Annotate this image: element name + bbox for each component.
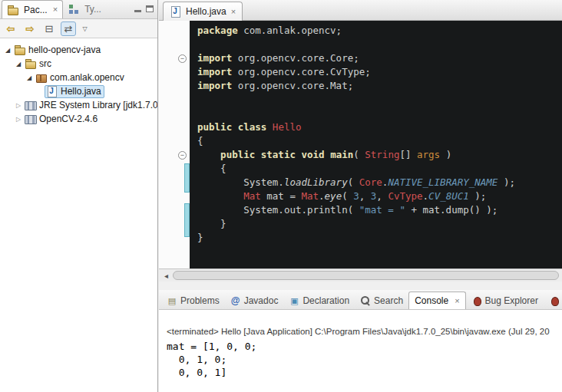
tree-item-label: JRE System Library [jdk1.7.0_25]: [39, 100, 157, 110]
console-line: 0, 1, 0;: [167, 353, 562, 366]
tree-item-com-anlak-opencv[interactable]: ◢com.anlak.opencv: [0, 71, 157, 84]
console-title: <terminated> Hello [Java Application] C:…: [159, 310, 562, 336]
link-with-editor-icon[interactable]: ⇄: [61, 21, 76, 36]
code-line[interactable]: }: [197, 217, 562, 231]
bug-icon: [471, 295, 482, 306]
bottom-tab-declaration[interactable]: Declaration: [283, 292, 355, 309]
editor-tabbar: Hello.java ×: [159, 0, 562, 21]
bottom-tab-label: Problems: [180, 295, 220, 306]
range-indicator: [184, 163, 190, 193]
bottom-tab-console[interactable]: Console×: [408, 292, 465, 309]
bottom-tab-javadoc[interactable]: Javadoc: [225, 292, 284, 309]
close-icon[interactable]: ×: [455, 297, 459, 305]
bottom-tab-label: Javadoc: [244, 295, 279, 306]
package-icon: [35, 72, 47, 83]
scroll-left-arrow-icon[interactable]: ◂: [160, 270, 172, 282]
editor-hscrollbar[interactable]: ◂: [159, 268, 562, 282]
project-icon: [14, 44, 25, 55]
view-tab-label: Ty...: [84, 4, 101, 15]
tree-item-label: Hello.java: [61, 86, 101, 97]
close-icon[interactable]: ×: [231, 8, 236, 16]
code-line[interactable]: {: [197, 162, 562, 176]
package-explorer-view: Pac...×Ty... ⇦⇨⊟⇄▽ ◢hello-opencv-java◢sr…: [0, 0, 158, 392]
left-panel-tabbar: Pac...×Ty...: [0, 0, 157, 19]
code-line[interactable]: System.out.println( "mat = " + mat.dump(…: [197, 203, 562, 217]
tree-item-label: com.anlak.opencv: [50, 72, 124, 83]
editor-tab-label: Hello.java: [186, 6, 226, 17]
src-folder-icon: [25, 58, 36, 69]
library-icon: [25, 114, 36, 124]
problems-icon: [167, 295, 177, 306]
tree-item-box: hello-opencv-java: [12, 44, 104, 57]
tree-expand-arrow-icon[interactable]: ▷: [14, 116, 23, 123]
code-line[interactable]: {: [197, 134, 562, 148]
code-line[interactable]: }: [197, 231, 562, 245]
selected-tree-item-box: Hello.java: [45, 85, 104, 98]
code-line[interactable]: Mat mat = Mat.eye( 3, 3, CvType.CV_8UC1 …: [197, 189, 562, 203]
tree-collapse-arrow-icon[interactable]: ◢: [14, 61, 23, 68]
library-icon: [25, 100, 36, 110]
code-line[interactable]: import org.opencv.core.Mat;: [197, 79, 562, 93]
view-tab-type-hierarchy[interactable]: Ty...: [63, 0, 106, 18]
bottom-tab-label: Bug Explorer: [485, 295, 538, 306]
bottom-tab-label: Console: [415, 295, 448, 306]
console-line: 0, 0, 1]: [167, 366, 562, 379]
bottom-tab-search[interactable]: Search: [355, 292, 408, 309]
code-area[interactable]: package com.anlak.opencv; import org.ope…: [190, 21, 562, 268]
fold-collapse-icon[interactable]: −: [178, 54, 187, 63]
view-tab-label: Pac...: [24, 5, 48, 15]
bottom-tab-label: Search: [374, 295, 403, 306]
tree-item-opencv-2-4-6[interactable]: ▷OpenCV-2.4.6: [0, 112, 157, 126]
bottom-tabbar: ProblemsJavadocDeclarationSearchConsole×…: [159, 290, 562, 310]
code-line[interactable]: System.loadLibrary( Core.NATIVE_LIBRARY_…: [197, 176, 562, 189]
tree-item-jre-system-library-jdk1-7-0-25[interactable]: ▷JRE System Library [jdk1.7.0_25]: [0, 98, 157, 112]
tree-collapse-arrow-icon[interactable]: ◢: [25, 74, 34, 81]
fold-collapse-icon[interactable]: −: [178, 151, 187, 160]
close-icon[interactable]: ×: [53, 5, 58, 14]
view-tab-package-explorer[interactable]: Pac...×: [2, 0, 63, 18]
tree-item-label: OpenCV-2.4.6: [39, 114, 98, 124]
package-explorer-toolbar: ⇦⇨⊟⇄▽: [0, 19, 157, 38]
back-icon[interactable]: ⇦: [3, 21, 18, 36]
tree-item-hello-opencv-java[interactable]: ◢hello-opencv-java: [0, 43, 157, 57]
code-line[interactable]: public static void main( String[] args ): [197, 148, 562, 162]
tree-item-label: src: [39, 58, 51, 69]
java-file-icon: [170, 6, 181, 17]
view-window-buttons: [134, 5, 154, 12]
tree-item-label: hello-opencv-java: [28, 44, 101, 55]
bottom-tab-bug-explorer[interactable]: Bug Explorer: [466, 292, 544, 309]
minimize-view-icon[interactable]: [134, 10, 141, 12]
code-line[interactable]: import org.opencv.core.Core;: [197, 51, 562, 65]
tree-item-box: src: [23, 58, 55, 71]
scrollbar-thumb[interactable]: [173, 271, 559, 280]
maximize-view-icon[interactable]: [146, 5, 154, 12]
type-hierarchy-icon: [68, 4, 79, 15]
declaration-icon: [289, 295, 299, 306]
range-indicator: [184, 203, 190, 237]
tree-item-box: JRE System Library [jdk1.7.0_25]: [23, 99, 157, 112]
code-line[interactable]: [197, 38, 562, 51]
tree-item-box: OpenCV-2.4.6: [23, 113, 101, 126]
bottom-tab-bug[interactable]: Bug: [544, 292, 562, 309]
forward-icon[interactable]: ⇨: [22, 21, 38, 36]
collapse-all-icon[interactable]: ⊟: [41, 21, 57, 36]
tree-item-src[interactable]: ◢src: [0, 57, 157, 71]
code-line[interactable]: [197, 93, 562, 107]
package-explorer-tree: ◢hello-opencv-java◢src◢com.anlak.opencvH…: [0, 38, 157, 126]
console-line: mat = [1, 0, 0;: [167, 340, 562, 353]
bottom-tab-problems[interactable]: Problems: [161, 292, 225, 309]
code-line[interactable]: [197, 107, 562, 120]
view-menu-icon[interactable]: ▽: [80, 21, 90, 36]
console-view: <terminated> Hello [Java Application] C:…: [159, 310, 562, 392]
code-line[interactable]: package com.anlak.opencv;: [197, 24, 562, 38]
editor-tab-hello-java[interactable]: Hello.java ×: [163, 2, 243, 21]
tree-item-box: com.anlak.opencv: [34, 71, 127, 84]
code-line[interactable]: public class Hello: [197, 120, 562, 134]
editor-body: −− package com.anlak.opencv; import org.…: [159, 21, 562, 268]
tree-collapse-arrow-icon[interactable]: ◢: [3, 47, 12, 54]
tree-expand-arrow-icon[interactable]: ▷: [14, 102, 23, 109]
code-line[interactable]: import org.opencv.core.CvType;: [197, 65, 562, 79]
console-output[interactable]: mat = [1, 0, 0; 0, 1, 0; 0, 0, 1]: [159, 340, 562, 379]
tree-item-hello-java[interactable]: Hello.java: [0, 84, 157, 98]
jfile-icon: [46, 86, 58, 97]
